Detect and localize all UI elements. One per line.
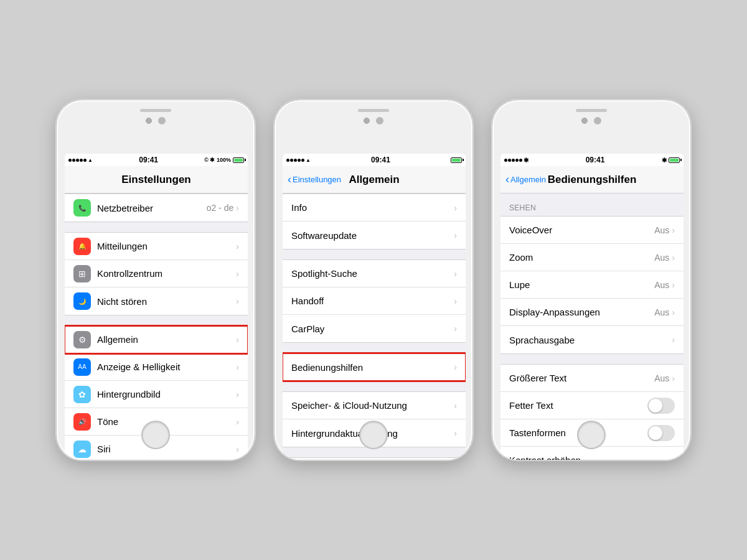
settings-icon: 🔔 [73, 238, 91, 255]
item-label: Kontrollzentrum [97, 268, 236, 279]
back-button[interactable]: ‹Allgemein [505, 174, 546, 185]
item-label: Allgemein [97, 334, 236, 345]
chevron-right-icon: › [454, 230, 457, 240]
list-item[interactable]: 📞Netzbetreibero2 - de› [65, 194, 248, 222]
iphone-bottom-hardware [57, 410, 255, 460]
list-item[interactable]: Info› [283, 194, 466, 222]
list-item[interactable]: Softwareupdate› [283, 222, 466, 249]
chevron-right-icon: › [236, 335, 239, 345]
iphone-bottom-hardware [275, 410, 472, 460]
list-item[interactable]: 🌙Nicht stören› [65, 287, 248, 315]
chevron-right-icon: › [454, 296, 457, 306]
item-label: Anzeige & Helligkeit [97, 362, 236, 372]
status-bar-left: ✱ [504, 157, 529, 164]
battery-icon [451, 157, 462, 163]
chevron-right-icon: › [672, 307, 675, 317]
earpiece-icon [376, 117, 383, 124]
nav-title: Bedienungshilfen [548, 174, 637, 186]
list-item[interactable]: 🔔Mitteilungen› [65, 233, 248, 260]
list-item[interactable]: Handoff› [283, 287, 466, 315]
speaker-grill [140, 109, 171, 112]
section-separator [500, 354, 684, 364]
phone1: ▲09:41© ✱ 100%Einstellungen📞Netzbetreibe… [56, 100, 255, 460]
nav-bar: ‹AllgemeinBedienungshilfen [500, 166, 684, 194]
phones-container: ▲09:41© ✱ 100%Einstellungen📞Netzbetreibe… [44, 87, 703, 473]
front-camera-icon [581, 118, 588, 124]
item-value: Aus [654, 253, 669, 263]
chevron-right-icon: › [454, 324, 457, 334]
bluetooth-right-icon: ✱ [662, 157, 667, 164]
list-item[interactable]: ✿Hintergrundbild› [65, 381, 248, 408]
battery-icon [233, 157, 244, 163]
chevron-right-icon: › [236, 362, 239, 372]
nav-title: Allgemein [349, 174, 399, 186]
camera-row [146, 117, 166, 124]
list-item[interactable]: Größerer TextAus› [500, 365, 684, 392]
list-group: 📞Netzbetreibero2 - de› [65, 194, 248, 222]
nav-title: Einstellungen [121, 174, 190, 186]
status-bar-left: ▲ [286, 157, 311, 163]
list-item[interactable]: Bedienungshilfen› [283, 353, 466, 381]
item-label: Netzbetreiber [97, 203, 207, 213]
front-camera-icon [364, 118, 370, 124]
earpiece-icon [594, 117, 601, 124]
item-label: Fetter Text [509, 400, 647, 411]
list-item[interactable]: Sprachausgabe› [500, 326, 684, 353]
item-label: Größerer Text [509, 373, 654, 383]
list-item[interactable]: AAAnzeige & Helligkeit› [65, 353, 248, 381]
list-item[interactable]: LupeAus› [500, 271, 684, 299]
settings-icon: ⚙ [73, 331, 91, 348]
battery-indicator [669, 157, 680, 163]
list-item[interactable]: Spotlight-Suche› [283, 260, 466, 287]
bluetooth-icon: ✱ [524, 157, 529, 164]
earpiece-icon [158, 117, 166, 124]
iphone-top-hardware [275, 100, 472, 154]
chevron-right-icon: › [236, 296, 239, 306]
status-time: 09:41 [371, 156, 390, 164]
chevron-right-icon: › [454, 203, 457, 213]
back-chevron-icon: ‹ [288, 174, 291, 185]
item-label: Nicht stören [97, 296, 236, 307]
item-label: Mitteilungen [97, 241, 236, 251]
wifi-icon: ▲ [306, 157, 311, 163]
item-value: Aus [654, 373, 669, 383]
status-time: 09:41 [586, 156, 605, 164]
back-button[interactable]: ‹Einstellungen [288, 174, 341, 185]
signal-icon [286, 159, 304, 162]
item-label: Lupe [509, 279, 654, 290]
settings-icon: ✿ [73, 386, 91, 403]
phone3: ✱09:41✱‹AllgemeinBedienungshilfenSEHENVo… [492, 100, 691, 460]
item-label: VoiceOver [509, 225, 654, 235]
item-value: Aus [654, 307, 669, 317]
chevron-right-icon: › [672, 335, 675, 345]
item-label: Sprachausgabe [509, 335, 672, 345]
list-item[interactable]: ZoomAus› [500, 244, 684, 271]
list-item[interactable]: ⚙Allgemein› [65, 326, 248, 353]
section-separator [65, 315, 248, 325]
list-item[interactable]: ⊞Kontrollzentrum› [65, 260, 248, 287]
nav-bar: ‹EinstellungenAllgemein [283, 166, 466, 194]
home-button[interactable] [141, 421, 170, 449]
item-label: Spotlight-Suche [291, 268, 454, 279]
item-label: Bedienungshilfen [291, 362, 454, 373]
item-value: o2 - de [207, 203, 234, 213]
status-bar: ▲09:41 [283, 154, 466, 166]
chevron-right-icon: › [236, 390, 239, 399]
list-item[interactable]: Display-AnpassungenAus› [500, 299, 684, 326]
list-item[interactable]: CarPlay› [283, 315, 466, 342]
home-button[interactable] [577, 421, 606, 449]
home-button[interactable] [359, 421, 388, 449]
iphone-bottom-hardware [492, 410, 690, 460]
section-header: SEHEN [500, 194, 684, 216]
chevron-right-icon: › [236, 203, 239, 213]
chevron-right-icon: › [236, 269, 239, 279]
list-group: Spotlight-Suche›Handoff›CarPlay› [283, 259, 466, 343]
chevron-right-icon: › [454, 362, 457, 372]
item-label: Display-Anpassungen [509, 307, 654, 317]
section-separator [65, 222, 248, 232]
chevron-right-icon: › [672, 253, 675, 263]
list-item[interactable]: VoiceOverAus› [500, 217, 684, 244]
chevron-right-icon: › [672, 280, 675, 290]
camera-row [364, 117, 383, 124]
settings-icon: 📞 [73, 199, 91, 217]
